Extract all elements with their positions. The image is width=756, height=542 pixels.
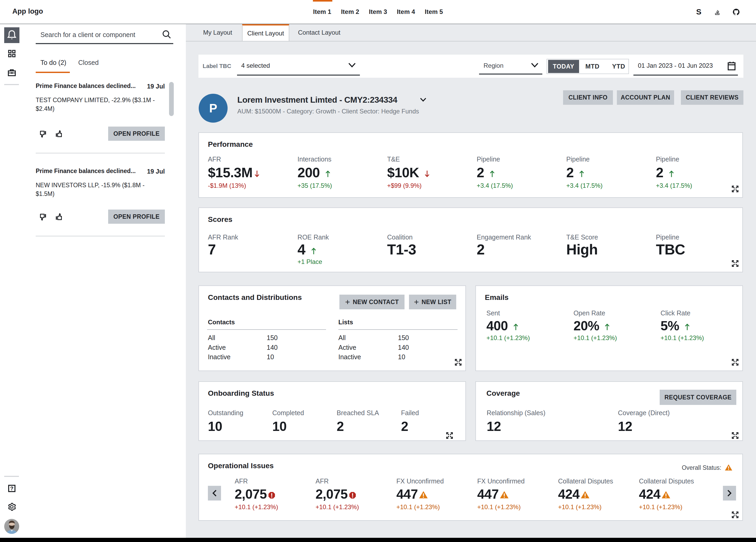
svg-text:?: ? — [10, 485, 14, 491]
